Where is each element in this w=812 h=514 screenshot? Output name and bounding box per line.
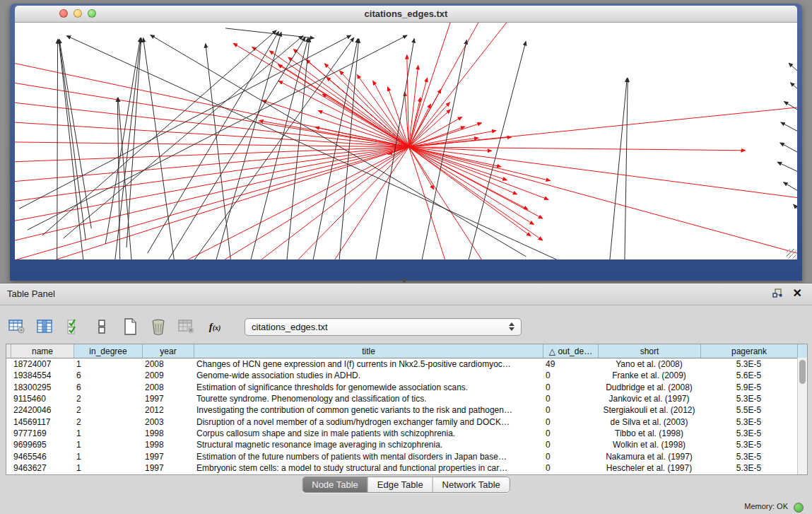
table-scrollbar[interactable]	[797, 358, 807, 474]
citation-edge-black	[794, 204, 797, 214]
cell-year: 1997	[142, 462, 194, 474]
cell-short: de Silva et al. (2003)	[598, 416, 700, 427]
cell-in_degree: 6	[73, 382, 142, 393]
cell-pagerank: 5.3E-5	[700, 439, 797, 450]
citation-edge-black	[206, 44, 233, 259]
cell-in_degree: 2	[73, 404, 142, 416]
column-header-title[interactable]: title	[194, 344, 543, 358]
select-all-columns-button[interactable]	[64, 317, 83, 337]
cell-title: Corpus callosum shape and size in male p…	[194, 428, 543, 439]
table-selector-dropdown[interactable]: citations_edges.txt	[245, 318, 522, 336]
citation-edge-red	[262, 100, 408, 147]
zoom-window-button[interactable]	[88, 9, 96, 18]
table-row[interactable]: 911546021997Tourette syndrome. Phenomeno…	[6, 393, 807, 404]
table-type-tabs: Node TableEdge TableNetwork Table	[302, 477, 510, 493]
citation-edge-black	[151, 35, 526, 256]
cell-in_degree: 1	[73, 439, 142, 450]
create-column-button[interactable]	[120, 317, 140, 337]
cell-name: 18300295	[11, 382, 73, 393]
column-header-out_de[interactable]: △ out_de…	[543, 344, 599, 358]
cell-name: 9463627	[11, 462, 73, 474]
citation-edge-black	[28, 35, 407, 230]
float-panel-icon[interactable]	[772, 288, 783, 298]
rows-button[interactable]	[92, 317, 112, 337]
cell-out_de: 0	[543, 370, 598, 381]
cell-short: Franke et al. (2009)	[598, 370, 700, 381]
cell-short: Jankovic et al. (1997)	[598, 393, 700, 404]
network-graph	[15, 23, 797, 259]
cytoscape-app: citations_edges.txt Table Panel ✕ f	[0, 0, 812, 514]
cell-short: Stergiakouli et al. (2012)	[598, 404, 700, 416]
citation-edge-red	[357, 75, 408, 147]
cell-year: 2012	[142, 404, 194, 416]
cell-short: Dudbridge et al. (2008)	[598, 382, 700, 393]
minimize-window-button[interactable]	[73, 9, 82, 18]
table-row[interactable]: 1938455462009Genome-wide association stu…	[6, 370, 807, 381]
table-header-row: namein_degreeyeartitle△ out_de…shortpage…	[6, 344, 807, 358]
cell-short: Nakamura et al. (1997)	[598, 450, 700, 462]
cell-name: 9115460	[11, 393, 73, 404]
column-header-pagerank[interactable]: pagerank	[701, 344, 798, 358]
cell-short: Hescheler et al. (1997)	[598, 462, 700, 474]
network-canvas[interactable]	[15, 23, 797, 259]
cell-name: 22420046	[11, 404, 73, 416]
citation-edge-red	[240, 147, 408, 259]
checks-icon	[66, 319, 81, 334]
table-row[interactable]: 1872400712008Changes of HCN gene express…	[6, 358, 807, 370]
show-columns-button[interactable]	[35, 317, 55, 337]
citation-edge-red	[408, 147, 507, 180]
close-panel-icon[interactable]: ✕	[793, 287, 802, 300]
resize-grip-icon[interactable]	[787, 249, 796, 259]
citation-edge-red	[408, 147, 450, 259]
table-panel-header: Table Panel ✕	[0, 284, 812, 305]
table-options-button[interactable]	[7, 317, 27, 337]
delete-table-button[interactable]	[177, 317, 196, 337]
table-row[interactable]: 946362711997Embryonic stem cells: a mode…	[6, 462, 807, 474]
citation-edge-black	[189, 37, 353, 259]
tab-edge-table[interactable]: Edge Table	[368, 477, 433, 492]
tab-network-table[interactable]: Network Table	[433, 477, 510, 492]
table-row[interactable]: 946554611997Estimation of the future num…	[6, 450, 807, 462]
cell-in_degree: 1	[73, 450, 142, 462]
function-builder-button[interactable]: f(x)	[205, 317, 225, 337]
memory-status-icon	[794, 503, 804, 513]
citation-edge-red	[408, 66, 418, 147]
table-row[interactable]: 2242004622012Investigating the contribut…	[6, 404, 807, 416]
cell-short: Yano et al. (2008)	[598, 358, 700, 370]
citation-edge-black	[418, 40, 466, 259]
column-header-short[interactable]: short	[599, 344, 701, 358]
column-header-name[interactable]: name	[11, 344, 74, 358]
tab-node-table[interactable]: Node Table	[302, 477, 368, 492]
cell-pagerank: 5.3E-5	[700, 358, 797, 370]
column-header-in_degree[interactable]: in_degree	[74, 344, 143, 358]
table-row[interactable]: 977716911998Corpus callosum shape and si…	[6, 428, 807, 439]
citation-edge-black	[113, 38, 141, 259]
cell-year: 2009	[142, 370, 194, 381]
table-row[interactable]: 1456911722003Disruption of a novel membe…	[6, 416, 807, 427]
cell-out_de: 0	[543, 404, 598, 416]
close-window-button[interactable]	[59, 9, 68, 18]
citation-edge-black	[625, 78, 628, 259]
table-x-icon	[178, 319, 195, 334]
cell-title: Genome-wide association studies in ADHD.	[194, 370, 543, 381]
citation-edge-red	[408, 147, 548, 199]
citation-edge-red	[197, 147, 408, 259]
citation-edge-red	[15, 147, 408, 240]
window-title: citations_edges.txt	[15, 6, 797, 22]
citation-edge-black	[464, 42, 526, 259]
cell-title: Estimation of significance thresholds fo…	[194, 382, 543, 393]
network-window-titlebar[interactable]: citations_edges.txt	[15, 6, 797, 23]
table-scrollbar-thumb[interactable]	[799, 360, 806, 384]
table-row[interactable]: 1830029562008Estimation of significance …	[6, 382, 807, 393]
citation-edge-black	[105, 38, 140, 244]
delete-column-button[interactable]	[148, 317, 168, 337]
cell-name: 18724007	[11, 358, 73, 370]
cell-title: Changes of HCN gene expression and I(f) …	[194, 358, 543, 370]
table-row[interactable]: 969969511998Structural magnetic resonanc…	[6, 439, 807, 450]
cell-out_de: 0	[543, 450, 598, 462]
cell-in_degree: 2	[73, 393, 142, 404]
cell-year: 2008	[142, 382, 194, 393]
cell-out_de: 0	[543, 462, 598, 474]
column-header-year[interactable]: year	[143, 344, 194, 358]
table-col-icon	[37, 319, 54, 334]
